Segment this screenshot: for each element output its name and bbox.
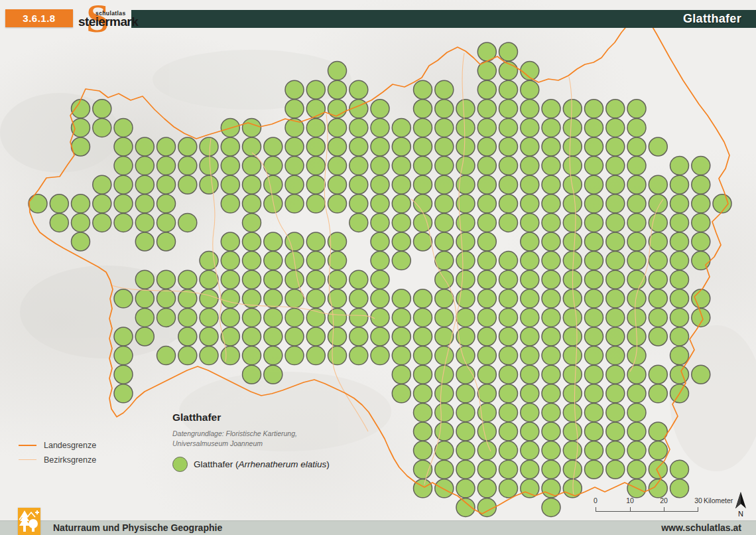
distribution-dot [670, 270, 689, 289]
distribution-dot [606, 308, 625, 327]
distribution-dot [542, 498, 560, 516]
distribution-dot [135, 289, 154, 308]
distribution-dot [563, 460, 582, 479]
distribution-dot [264, 232, 283, 251]
distribution-dot [178, 327, 197, 346]
distribution-dot [692, 289, 710, 308]
scalebar-line [596, 511, 698, 512]
distribution-dot [221, 232, 239, 251]
distribution-dot [285, 175, 304, 194]
distribution-dot [349, 157, 368, 175]
distribution-dot [264, 289, 283, 308]
distribution-dot [456, 270, 475, 289]
distribution-dot [221, 194, 239, 213]
distribution-dot [499, 118, 518, 137]
footer-website[interactable]: www.schulatlas.at [661, 522, 741, 533]
distribution-dot [542, 289, 560, 308]
distribution-dot [50, 194, 68, 213]
distribution-dot [606, 270, 625, 289]
distribution-dot [477, 118, 496, 137]
distribution-dot [285, 289, 304, 308]
distribution-dot [627, 157, 646, 175]
distribution-dot [670, 460, 689, 479]
distribution-dot [627, 460, 646, 479]
distribution-dot [285, 327, 304, 346]
distribution-dot [542, 175, 560, 194]
distribution-dot [606, 289, 625, 308]
distribution-dot [456, 403, 475, 421]
distribution-dot [371, 137, 389, 156]
distribution-dot [477, 327, 496, 346]
distribution-dot [264, 327, 283, 346]
distribution-dot [157, 157, 176, 175]
distribution-dot [264, 308, 283, 327]
distribution-dot [542, 232, 560, 251]
distribution-dot [542, 100, 560, 118]
distribution-dot [542, 137, 560, 156]
logo-main-text: steiermark [78, 15, 138, 29]
distribution-dot [456, 422, 475, 441]
distribution-dot [477, 137, 496, 156]
distribution-dot [306, 327, 325, 346]
distribution-dot [670, 194, 689, 213]
distribution-dot [585, 346, 603, 365]
distribution-dot [157, 270, 176, 289]
distribution-dot [135, 270, 154, 289]
distribution-dot [563, 100, 582, 118]
landesgrenze-swatch [19, 445, 36, 446]
distribution-dot [499, 42, 518, 61]
distribution-dot [649, 175, 667, 194]
distribution-dot [371, 346, 389, 365]
distribution-dot [157, 232, 176, 251]
distribution-dot [392, 194, 410, 213]
distribution-dot [243, 270, 261, 289]
distribution-dot [627, 289, 646, 308]
distribution-dot [499, 62, 518, 80]
distribution-dot [456, 384, 475, 403]
distribution-dot [477, 422, 496, 441]
distribution-dot [243, 194, 261, 213]
distribution-dot [306, 232, 325, 251]
distribution-dot [135, 137, 154, 156]
distribution-dot [670, 157, 689, 175]
distribution-dot [200, 289, 218, 308]
distribution-dot [264, 194, 283, 213]
distribution-dot [371, 118, 389, 137]
distribution-dot [72, 100, 90, 118]
distribution-dot [306, 252, 325, 270]
distribution-dot [50, 213, 68, 232]
distribution-dot [200, 270, 218, 289]
distribution-dot [627, 100, 646, 118]
distribution-dot [93, 118, 111, 137]
distribution-dot [114, 365, 133, 384]
distribution-dot [435, 137, 454, 156]
distribution-dot [649, 270, 667, 289]
distribution-dot [371, 270, 389, 289]
distribution-dot [521, 213, 539, 232]
distribution-dot [349, 213, 368, 232]
distribution-dot [221, 137, 239, 156]
distribution-dot [392, 213, 410, 232]
distribution-dot [563, 252, 582, 270]
distribution-dot [499, 100, 518, 118]
distribution-dot [392, 175, 410, 194]
distribution-dot [477, 100, 496, 118]
distribution-dot [521, 441, 539, 460]
distribution-dot [456, 157, 475, 175]
distribution-dot [563, 157, 582, 175]
distribution-dot [306, 137, 325, 156]
distribution-dot [435, 194, 454, 213]
distribution-dot [606, 100, 625, 118]
distribution-dot [178, 175, 197, 194]
distribution-dot [499, 460, 518, 479]
distribution-dot [499, 270, 518, 289]
distribution-dot [521, 365, 539, 384]
distribution-dot [328, 118, 347, 137]
distribution-dot [499, 441, 518, 460]
distribution-dot [521, 232, 539, 251]
distribution-dot [243, 252, 261, 270]
schulatlas-logo[interactable]: S schulatlas steiermark [78, 0, 135, 40]
distribution-dot [157, 194, 176, 213]
distribution-dot [435, 80, 454, 99]
distribution-dot [178, 213, 197, 232]
